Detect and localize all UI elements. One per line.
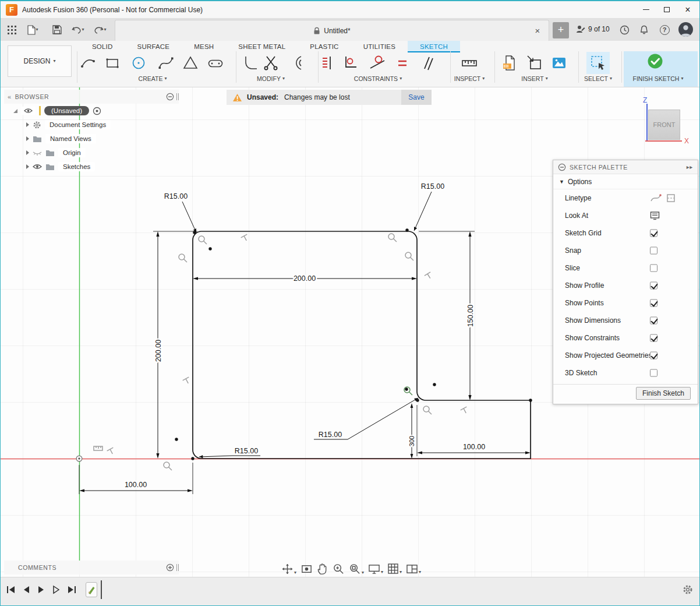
- close-tab-icon[interactable]: ×: [532, 26, 543, 36]
- go-to-start-button[interactable]: [4, 583, 18, 597]
- finish-sketch-palette-button[interactable]: Finish Sketch: [636, 387, 691, 400]
- create-rectangle-button[interactable]: [102, 53, 122, 73]
- save-button[interactable]: [50, 23, 65, 37]
- palette-header[interactable]: SKETCH PALETTE ▸▸: [553, 160, 698, 174]
- item-label[interactable]: Named Views: [45, 134, 96, 143]
- construction-linetype-icon[interactable]: [650, 193, 662, 203]
- snap-checkbox[interactable]: [650, 247, 657, 255]
- browser-header[interactable]: « BROWSER: [4, 90, 179, 104]
- item-label[interactable]: Origin: [58, 148, 86, 157]
- expand-caret-icon[interactable]: [26, 136, 29, 141]
- document-tab[interactable]: Untitled* ×: [115, 20, 549, 41]
- browser-item-origin[interactable]: Origin: [4, 146, 179, 160]
- avatar[interactable]: [678, 22, 693, 37]
- finish-sketch-button[interactable]: [645, 51, 665, 71]
- create-spline-button[interactable]: [156, 53, 176, 73]
- activate-radio-icon[interactable]: [93, 107, 101, 115]
- constraint-glyphs[interactable]: [94, 234, 469, 470]
- job-status[interactable]: 9 of 10: [576, 24, 610, 34]
- insert-canvas-button[interactable]: [549, 53, 569, 73]
- timeline-position-marker[interactable]: [101, 580, 102, 599]
- sketch-points[interactable]: [175, 228, 532, 460]
- browser-root-row[interactable]: (Unsaved): [4, 104, 179, 118]
- minimize-palette-icon[interactable]: [558, 163, 566, 171]
- constraints-group-menu[interactable]: CONSTRAINTS▾: [354, 75, 402, 82]
- app-grid-button[interactable]: [4, 23, 19, 37]
- modify-trim-button[interactable]: [261, 53, 281, 73]
- workspace-switcher[interactable]: DESIGN▾: [8, 45, 72, 77]
- look-at-button[interactable]: [300, 563, 313, 575]
- dimension-radius-top-right[interactable]: R15.00: [414, 182, 444, 231]
- create-slot-button[interactable]: [206, 53, 225, 73]
- inspect-group-menu[interactable]: INSPECT▾: [454, 75, 485, 82]
- select-group-menu[interactable]: SELECT▾: [584, 75, 612, 82]
- viewports-button[interactable]: ▾: [406, 563, 421, 575]
- help-button[interactable]: ?: [658, 23, 671, 36]
- fit-button[interactable]: ▾: [349, 563, 364, 575]
- create-line-button[interactable]: [78, 53, 98, 73]
- constraint-equal-button[interactable]: [393, 53, 412, 73]
- notifications-history-button[interactable]: [618, 23, 631, 36]
- dimension-width-step[interactable]: 100.00: [417, 443, 531, 455]
- show-dimensions-checkbox[interactable]: [650, 317, 657, 325]
- step-back-button[interactable]: [19, 583, 33, 597]
- grid-snaps-button[interactable]: ▾: [387, 563, 402, 575]
- item-label[interactable]: Document Settings: [45, 120, 111, 129]
- expand-caret-icon[interactable]: [26, 122, 29, 127]
- item-label[interactable]: Sketches: [58, 162, 95, 171]
- show-points-checkbox[interactable]: [650, 300, 657, 307]
- viewcube[interactable]: Z FRONT X: [635, 93, 699, 152]
- sketch-grid-checkbox[interactable]: [650, 230, 657, 237]
- expand-caret-icon[interactable]: [26, 150, 29, 155]
- select-button[interactable]: [588, 53, 608, 73]
- collapse-panel-icon[interactable]: «: [8, 93, 12, 100]
- 3d-sketch-checkbox[interactable]: [650, 369, 657, 377]
- tab-solid[interactable]: SOLID: [80, 41, 125, 52]
- constraint-vertical-button[interactable]: [318, 53, 338, 73]
- new-tab-button[interactable]: +: [553, 22, 569, 38]
- insert-dxf-button[interactable]: [500, 53, 519, 73]
- timeline-sketch-feature[interactable]: [86, 582, 97, 597]
- viewcube-front-face[interactable]: FRONT: [648, 110, 680, 140]
- show-constraints-checkbox[interactable]: [650, 334, 657, 342]
- display-settings-button[interactable]: ▾: [368, 563, 383, 575]
- insert-group-menu[interactable]: INSERT▾: [521, 75, 547, 82]
- tab-mesh[interactable]: MESH: [182, 41, 226, 52]
- options-section-header[interactable]: ▼ Options: [553, 174, 698, 189]
- tab-sketch[interactable]: SKETCH: [408, 41, 460, 52]
- sketch-profile[interactable]: [193, 231, 531, 459]
- orbit-button[interactable]: ▾: [281, 563, 296, 575]
- dimension-height-right[interactable]: 150.00: [466, 231, 475, 400]
- viewport-canvas[interactable]: 200.00 200.00 150.00 100.00: [1, 87, 700, 577]
- browser-item-sketches[interactable]: Sketches: [4, 160, 179, 174]
- undo-button[interactable]: ▾: [68, 23, 88, 37]
- create-group-menu[interactable]: CREATE▾: [139, 75, 167, 82]
- minimize-button[interactable]: [635, 1, 656, 18]
- file-menu-button[interactable]: ▾: [23, 23, 43, 37]
- pan-button[interactable]: [317, 563, 328, 575]
- dimension-radius-step[interactable]: R15.00: [314, 398, 418, 439]
- maximize-button[interactable]: [656, 1, 677, 18]
- add-comment-icon[interactable]: [166, 563, 174, 572]
- insert-derive-button[interactable]: [525, 53, 545, 73]
- play-button[interactable]: [34, 583, 48, 597]
- slice-checkbox[interactable]: [650, 265, 657, 272]
- dimension-radius-top-left[interactable]: R15.00: [164, 192, 196, 232]
- panel-drag-handle[interactable]: [176, 564, 179, 571]
- step-forward-button[interactable]: [50, 583, 63, 597]
- look-at-icon[interactable]: [650, 212, 660, 220]
- dimension-radius-bottom-left[interactable]: R15.00: [199, 447, 260, 457]
- origin-point[interactable]: [76, 456, 82, 461]
- show-projected-geometries-checkbox[interactable]: [650, 352, 657, 360]
- comments-header[interactable]: COMMENTS: [4, 561, 179, 575]
- create-polygon-button[interactable]: [181, 53, 200, 73]
- finish-sketch-menu[interactable]: FINISH SKETCH▾: [633, 75, 684, 82]
- modify-offset-button[interactable]: [287, 53, 307, 73]
- timeline-settings-button[interactable]: [681, 583, 695, 597]
- constraint-tangent-button[interactable]: [367, 53, 387, 73]
- show-profile-checkbox[interactable]: [650, 282, 657, 290]
- close-button[interactable]: ×: [677, 1, 698, 18]
- modify-fillet-button[interactable]: [241, 53, 261, 73]
- save-warning-button[interactable]: Save: [401, 90, 432, 105]
- eye-off-icon[interactable]: [33, 150, 42, 156]
